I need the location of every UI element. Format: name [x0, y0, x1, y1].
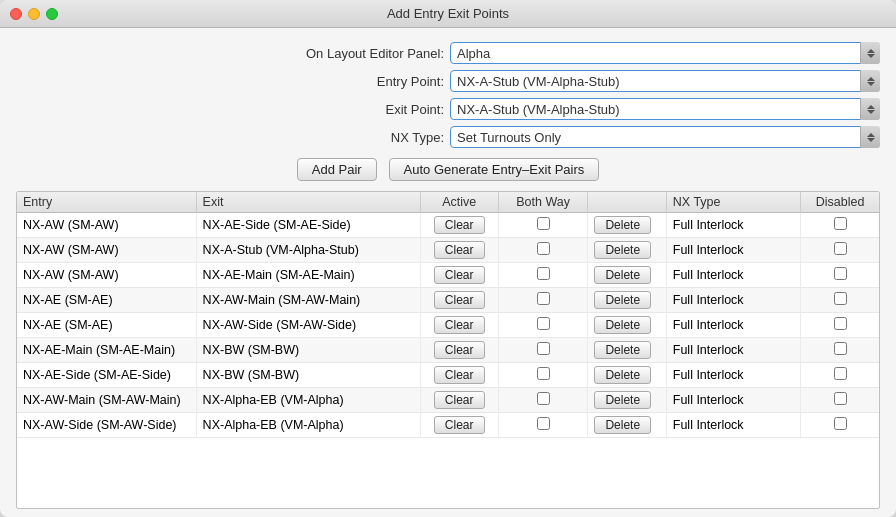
- nxtype-cell: Full Interlock: [666, 363, 800, 388]
- disabled-checkbox[interactable]: [834, 392, 847, 405]
- nxtype-select-wrapper: Set Turnouts Only: [450, 126, 880, 148]
- entries-table: Entry Exit Active Both Way NX Type Disab…: [17, 192, 879, 438]
- delete-button[interactable]: Delete: [594, 366, 651, 384]
- nxtype-cell: Full Interlock: [666, 213, 800, 238]
- clear-button[interactable]: Clear: [434, 241, 485, 259]
- disabled-checkbox[interactable]: [834, 217, 847, 230]
- clear-button[interactable]: Clear: [434, 266, 485, 284]
- nxtype-cell: Full Interlock: [666, 388, 800, 413]
- both-way-checkbox[interactable]: [537, 317, 550, 330]
- entry-row: Entry Point: NX-A-Stub (VM-Alpha-Stub): [16, 70, 880, 92]
- clear-button[interactable]: Clear: [434, 291, 485, 309]
- exit-cell: NX-AE-Main (SM-AE-Main): [196, 263, 420, 288]
- delete-button[interactable]: Delete: [594, 291, 651, 309]
- delete-cell: Delete: [588, 263, 666, 288]
- table-row: NX-AW-Side (SM-AW-Side)NX-Alpha-EB (VM-A…: [17, 413, 879, 438]
- disabled-cell: [801, 338, 879, 363]
- exit-cell: NX-BW (SM-BW): [196, 363, 420, 388]
- disabled-checkbox[interactable]: [834, 292, 847, 305]
- delete-button[interactable]: Delete: [594, 216, 651, 234]
- table-row: NX-AE (SM-AE)NX-AW-Side (SM-AW-Side)Clea…: [17, 313, 879, 338]
- delete-button[interactable]: Delete: [594, 341, 651, 359]
- main-window: Add Entry Exit Points On Layout Editor P…: [0, 0, 896, 517]
- active-cell: Clear: [420, 338, 498, 363]
- disabled-checkbox[interactable]: [834, 317, 847, 330]
- table-row: NX-AE-Main (SM-AE-Main)NX-BW (SM-BW)Clea…: [17, 338, 879, 363]
- clear-button[interactable]: Clear: [434, 366, 485, 384]
- both-way-checkbox[interactable]: [537, 292, 550, 305]
- active-cell: Clear: [420, 363, 498, 388]
- both-way-checkbox[interactable]: [537, 267, 550, 280]
- exit-cell: NX-Alpha-EB (VM-Alpha): [196, 388, 420, 413]
- active-cell: Clear: [420, 213, 498, 238]
- col-header-both-way: Both Way: [498, 192, 588, 213]
- both-way-cell: [498, 313, 588, 338]
- title-bar: Add Entry Exit Points: [0, 0, 896, 28]
- auto-generate-button[interactable]: Auto Generate Entry–Exit Pairs: [389, 158, 600, 181]
- both-way-cell: [498, 213, 588, 238]
- clear-button[interactable]: Clear: [434, 391, 485, 409]
- entry-cell: NX-AE (SM-AE): [17, 313, 196, 338]
- entry-select-wrapper: NX-A-Stub (VM-Alpha-Stub): [450, 70, 880, 92]
- clear-button[interactable]: Clear: [434, 316, 485, 334]
- add-pair-button[interactable]: Add Pair: [297, 158, 377, 181]
- layout-select[interactable]: Alpha: [450, 42, 880, 64]
- both-way-checkbox[interactable]: [537, 242, 550, 255]
- clear-button[interactable]: Clear: [434, 216, 485, 234]
- delete-button[interactable]: Delete: [594, 416, 651, 434]
- exit-select[interactable]: NX-A-Stub (VM-Alpha-Stub): [450, 98, 880, 120]
- clear-button[interactable]: Clear: [434, 341, 485, 359]
- disabled-checkbox[interactable]: [834, 267, 847, 280]
- disabled-checkbox[interactable]: [834, 242, 847, 255]
- delete-button[interactable]: Delete: [594, 391, 651, 409]
- disabled-cell: [801, 313, 879, 338]
- traffic-lights: [0, 8, 58, 20]
- table-header-row: Entry Exit Active Both Way NX Type Disab…: [17, 192, 879, 213]
- delete-cell: Delete: [588, 338, 666, 363]
- delete-button[interactable]: Delete: [594, 316, 651, 334]
- delete-cell: Delete: [588, 213, 666, 238]
- layout-label: On Layout Editor Panel:: [306, 46, 444, 61]
- exit-cell: NX-AW-Main (SM-AW-Main): [196, 288, 420, 313]
- both-way-checkbox[interactable]: [537, 417, 550, 430]
- disabled-cell: [801, 238, 879, 263]
- nxtype-select[interactable]: Set Turnouts Only: [450, 126, 880, 148]
- table-body: NX-AW (SM-AW)NX-AE-Side (SM-AE-Side)Clea…: [17, 213, 879, 438]
- col-header-active: Active: [420, 192, 498, 213]
- entry-cell: NX-AE-Side (SM-AE-Side): [17, 363, 196, 388]
- col-header-exit: Exit: [196, 192, 420, 213]
- delete-cell: Delete: [588, 388, 666, 413]
- delete-button[interactable]: Delete: [594, 266, 651, 284]
- table-row: NX-AE (SM-AE)NX-AW-Main (SM-AW-Main)Clea…: [17, 288, 879, 313]
- clear-button[interactable]: Clear: [434, 416, 485, 434]
- nxtype-cell: Full Interlock: [666, 413, 800, 438]
- both-way-checkbox[interactable]: [537, 367, 550, 380]
- active-cell: Clear: [420, 263, 498, 288]
- minimize-button[interactable]: [28, 8, 40, 20]
- both-way-cell: [498, 263, 588, 288]
- both-way-checkbox[interactable]: [537, 217, 550, 230]
- maximize-button[interactable]: [46, 8, 58, 20]
- disabled-cell: [801, 288, 879, 313]
- delete-button[interactable]: Delete: [594, 241, 651, 259]
- both-way-checkbox[interactable]: [537, 342, 550, 355]
- both-way-cell: [498, 338, 588, 363]
- exit-row: Exit Point: NX-A-Stub (VM-Alpha-Stub): [16, 98, 880, 120]
- disabled-checkbox[interactable]: [834, 417, 847, 430]
- disabled-checkbox[interactable]: [834, 367, 847, 380]
- close-button[interactable]: [10, 8, 22, 20]
- exit-cell: NX-BW (SM-BW): [196, 338, 420, 363]
- nxtype-label: NX Type:: [391, 130, 444, 145]
- table-row: NX-AW (SM-AW)NX-AE-Main (SM-AE-Main)Clea…: [17, 263, 879, 288]
- entry-cell: NX-AW-Main (SM-AW-Main): [17, 388, 196, 413]
- delete-cell: Delete: [588, 238, 666, 263]
- delete-cell: Delete: [588, 363, 666, 388]
- window-title: Add Entry Exit Points: [387, 6, 509, 21]
- disabled-checkbox[interactable]: [834, 342, 847, 355]
- disabled-cell: [801, 388, 879, 413]
- entry-select[interactable]: NX-A-Stub (VM-Alpha-Stub): [450, 70, 880, 92]
- button-bar: Add Pair Auto Generate Entry–Exit Pairs: [16, 158, 880, 181]
- both-way-cell: [498, 363, 588, 388]
- both-way-checkbox[interactable]: [537, 392, 550, 405]
- disabled-cell: [801, 263, 879, 288]
